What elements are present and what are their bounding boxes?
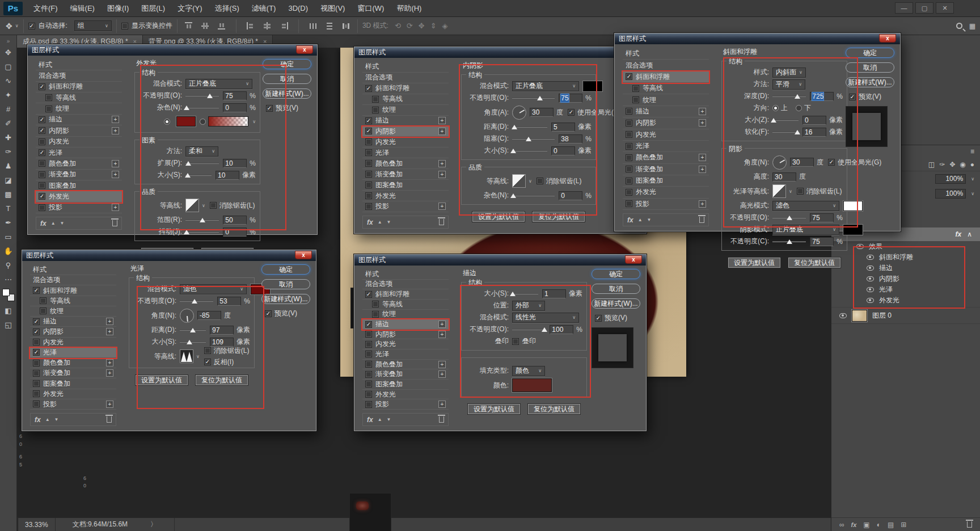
style-checkbox[interactable]	[365, 381, 372, 387]
style-checkbox[interactable]	[33, 390, 40, 397]
style-item-外发光[interactable]: 外发光	[36, 191, 122, 202]
slider-track[interactable]	[512, 138, 555, 140]
technique-select[interactable]: 柔和∨	[185, 146, 218, 157]
style-select[interactable]: 内斜面∨	[772, 68, 806, 78]
style-item-外发光[interactable]: 外发光	[362, 390, 449, 400]
more-tool-icon[interactable]: ⋯	[1, 272, 16, 286]
tool-preset-caret[interactable]: ∨	[15, 23, 19, 28]
slider-thumb[interactable]	[184, 230, 189, 234]
highlight-mode-color-swatch[interactable]	[843, 201, 863, 211]
style-item-外发光[interactable]: 外发光	[30, 389, 116, 399]
eye-icon[interactable]	[839, 313, 847, 318]
align-horizontal-center-icon[interactable]	[263, 22, 272, 30]
slider-thumb[interactable]	[510, 149, 516, 153]
zoom-level[interactable]: 33.33%	[18, 518, 56, 531]
style-item-内发光[interactable]: 内发光	[623, 129, 709, 141]
anti-alias-checkbox[interactable]	[537, 178, 543, 184]
value-field[interactable]: 0	[559, 191, 582, 200]
lasso-tool-icon[interactable]: ∿	[1, 74, 16, 88]
style-checkbox[interactable]	[365, 401, 372, 408]
slider-thumb[interactable]	[537, 96, 543, 100]
move-down-icon[interactable]: ▼	[60, 221, 65, 226]
style-item-光泽[interactable]: 光泽	[362, 148, 449, 158]
effect-row-描边[interactable]: 描边	[831, 263, 980, 273]
style-item-内阴影[interactable]: 内阴影+	[362, 127, 449, 137]
style-checkbox[interactable]	[372, 107, 379, 113]
slider-thumb[interactable]	[184, 106, 189, 110]
distribute-top-icon[interactable]	[309, 22, 318, 30]
delete-style-icon[interactable]	[107, 416, 112, 423]
quick-mask-tool-icon[interactable]: ◧	[1, 304, 16, 318]
style-checkbox[interactable]	[45, 106, 52, 112]
menu-item-9[interactable]: 窗口(W)	[351, 0, 390, 17]
fill-type-select[interactable]: 颜色∨	[512, 366, 545, 376]
auto-select-dropdown[interactable]: 组∨	[74, 20, 112, 31]
style-item-颜色叠加[interactable]: 颜色叠加+	[362, 158, 449, 169]
gradient-swatch[interactable]	[208, 116, 248, 127]
search-icon[interactable]	[956, 23, 962, 29]
gradient-radio[interactable]	[200, 119, 206, 125]
style-item-图案叠加[interactable]: 图案叠加	[362, 380, 449, 390]
shadow-mode-select[interactable]: 正片叠底∨	[772, 225, 839, 235]
slider-track[interactable]	[772, 120, 799, 121]
highlight-mode-select[interactable]: 滤色∨	[772, 201, 839, 211]
value-field[interactable]: 75	[559, 94, 582, 103]
style-checkbox[interactable]	[33, 318, 40, 325]
style-item-描边[interactable]: 描边+	[30, 317, 116, 327]
move-up-icon[interactable]: ▲	[638, 217, 643, 222]
blend-mode-select[interactable]: 滤色∨	[180, 284, 247, 294]
slider-track[interactable]	[185, 175, 212, 176]
ok-button[interactable]: 确定	[846, 48, 894, 58]
effect-row-内阴影[interactable]: 内阴影	[831, 273, 980, 284]
style-checkbox[interactable]	[39, 160, 45, 167]
close-button[interactable]: ✕	[936, 2, 954, 14]
style-checkbox[interactable]	[39, 138, 45, 145]
style-item-斜面和浮雕[interactable]: 斜面和浮雕	[30, 285, 116, 296]
style-item-等高线[interactable]: 等高线	[623, 83, 709, 94]
slider-thumb[interactable]	[542, 327, 547, 332]
style-item-斜面和浮雕[interactable]: 斜面和浮雕	[362, 83, 449, 94]
style-checkbox[interactable]	[365, 291, 372, 298]
close-button[interactable]: x	[295, 251, 312, 259]
style-item-纹理[interactable]: 纹理	[362, 310, 449, 320]
style-checkbox[interactable]	[626, 189, 632, 196]
value-field[interactable]: 725	[810, 92, 834, 101]
style-item-内阴影[interactable]: 内阴影+	[30, 327, 116, 337]
style-checkbox[interactable]	[626, 200, 632, 207]
style-checkbox[interactable]	[365, 331, 372, 338]
close-button[interactable]: x	[625, 255, 642, 264]
value-field[interactable]: -85	[197, 311, 221, 320]
style-checkbox[interactable]	[626, 166, 632, 172]
style-item-等高线[interactable]: 等高线	[30, 296, 116, 306]
slider-track[interactable]	[772, 241, 806, 242]
style-item-内发光[interactable]: 内发光	[362, 339, 449, 349]
style-item-外发光[interactable]: 外发光	[623, 187, 709, 198]
eyedropper-tool-icon[interactable]: ✐	[1, 116, 16, 130]
move-up-icon[interactable]: ▲	[378, 417, 382, 422]
style-checkbox[interactable]	[365, 361, 372, 368]
style-checkbox[interactable]	[365, 341, 372, 348]
style-item-斜面和浮雕[interactable]: 斜面和浮雕	[362, 289, 449, 300]
style-item-混合选项[interactable]: 混合选项	[30, 275, 116, 285]
style-checkbox[interactable]	[626, 154, 632, 161]
add-instance-icon[interactable]: +	[106, 328, 113, 335]
cancel-button[interactable]: 取消	[592, 284, 640, 294]
slider-thumb[interactable]	[190, 328, 196, 332]
add-instance-icon[interactable]: +	[112, 160, 119, 167]
style-checkbox[interactable]	[365, 85, 372, 92]
menu-item-6[interactable]: 滤镜(T)	[246, 0, 282, 17]
style-checkbox[interactable]	[626, 108, 632, 115]
add-instance-icon[interactable]: +	[438, 331, 446, 338]
panel-menu-icon[interactable]: ≡	[970, 148, 974, 155]
slider-thumb[interactable]	[200, 218, 205, 222]
move-up-icon[interactable]: ▲	[378, 220, 382, 225]
preview-checkbox[interactable]	[849, 94, 856, 100]
style-item-渐变叠加[interactable]: 渐变叠加+	[30, 368, 116, 378]
crop-tool-icon[interactable]: #	[1, 102, 16, 116]
delete-style-icon[interactable]	[439, 416, 444, 423]
contour-swatch[interactable]	[512, 174, 526, 188]
set-default-button[interactable]: 设置为默认值	[136, 375, 188, 385]
style-item-描边[interactable]: 描边+	[36, 115, 122, 125]
value-field[interactable]: 75	[810, 237, 834, 246]
reset-default-button[interactable]: 复位为默认值	[528, 404, 580, 414]
